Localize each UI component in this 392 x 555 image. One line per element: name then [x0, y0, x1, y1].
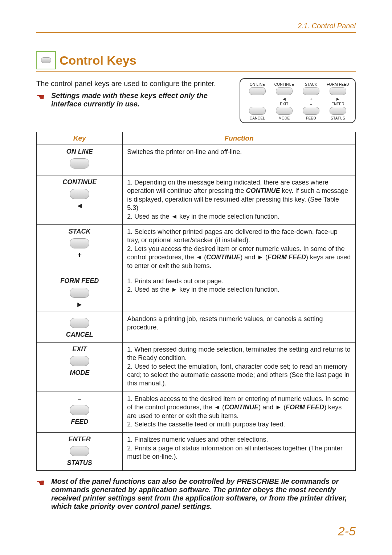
panel-label-online: ON LINE — [244, 82, 271, 86]
table-row: EXIT MODE 1. When pressed during mode se… — [37, 342, 356, 392]
panel-button-icon — [303, 87, 319, 95]
func-text: ) and ► ( — [240, 254, 268, 261]
inline-key-formfeed: FORM FEED — [268, 254, 306, 261]
key-name: ON LINE — [41, 148, 118, 155]
func-text: 2. Used as the ► key in the mode selecti… — [127, 286, 279, 293]
table-head-function: Function — [123, 132, 356, 145]
table-row: ENTER STATUS 1. Finalizes numeric values… — [37, 433, 356, 471]
pointing-hand-icon: ☚ — [36, 92, 45, 102]
key-name-cancel: CANCEL — [41, 331, 118, 339]
func-text: 2. Used to select the emulation, font, c… — [127, 363, 349, 387]
func-cell-exit-mode: 1. When pressed during mode selection, t… — [123, 342, 356, 392]
table-row: FORM FEED ► 1. Prints and feeds out one … — [37, 274, 356, 312]
table-row: – FEED 1. Enables access to the desired … — [37, 392, 356, 433]
panel-label-exit: EXIT — [271, 102, 298, 106]
intro-paragraph: The control panel keys are used to confi… — [36, 80, 232, 88]
key-button-icon — [70, 405, 89, 415]
key-name: CONTINUE — [41, 178, 118, 186]
section-title: Control Keys — [60, 53, 136, 68]
arrow-right-icon: ► — [324, 97, 351, 101]
arrow-right-icon: ► — [41, 301, 118, 308]
func-text: 1. When pressed during mode selection, t… — [127, 346, 350, 361]
key-cell-enter-status: ENTER STATUS — [37, 433, 123, 471]
func-cell-minus-feed: 1. Enables access to the desired item or… — [123, 392, 356, 433]
func-cell-continue: 1. Depending on the message being indica… — [123, 175, 356, 225]
key-cell-continue: CONTINUE ◄ — [37, 175, 123, 225]
page-number: 2-5 — [338, 524, 356, 538]
table-head-key: Key — [37, 132, 123, 145]
key-button-icon — [70, 318, 89, 328]
inline-key-formfeed: FORM FEED — [286, 404, 324, 411]
arrow-left-icon: ◄ — [41, 202, 118, 209]
key-cell-stack: STACK + — [37, 224, 123, 274]
func-text: 1. Selects whether printed pages are del… — [127, 228, 337, 244]
breadcrumb: 2.1. Control Panel — [36, 22, 356, 32]
key-button-icon — [41, 57, 51, 63]
header-rule — [36, 32, 356, 33]
table-row: CANCEL Abandons a printing job, resets n… — [37, 312, 356, 342]
panel-label-feed: FEED — [298, 116, 324, 120]
panel-label-minus: – — [298, 102, 324, 106]
panel-label-formfeed: FORM FEED — [324, 82, 351, 86]
panel-button-icon — [276, 87, 293, 95]
key-name: FORM FEED — [41, 277, 118, 285]
key-name-mode: MODE — [41, 369, 118, 377]
section-title-icon — [36, 51, 56, 69]
panel-label-continue: CONTINUE — [271, 82, 298, 86]
func-text: 2. Used as the ◄ key in the mode selecti… — [127, 213, 279, 220]
table-row: STACK + 1. Selects whether printed pages… — [37, 224, 356, 274]
func-text: 2. Selects the cassette feed or multi pu… — [127, 421, 285, 428]
panel-label-status: STATUS — [324, 116, 351, 120]
func-cell-stack: 1. Selects whether printed pages are del… — [123, 224, 356, 274]
func-text: 2. Prints a page of status information o… — [127, 445, 342, 460]
table-row: ON LINE Switches the printer on-line and… — [37, 145, 356, 175]
panel-button-icon — [249, 107, 266, 115]
func-cell-cancel: Abandons a printing job, resets numeric … — [123, 312, 356, 342]
panel-label-stack: STACK — [298, 82, 324, 86]
key-name-enter: ENTER — [41, 436, 118, 443]
minus-icon: – — [41, 395, 118, 402]
key-button-icon — [70, 356, 89, 366]
section-rule — [36, 71, 356, 72]
key-button-icon — [70, 158, 89, 169]
note-text-1: Settings made with these keys effect onl… — [51, 92, 229, 108]
plus-icon: + — [41, 251, 118, 259]
panel-button-icon — [330, 107, 346, 115]
func-cell-enter-status: 1. Finalizes numeric values and other se… — [123, 433, 356, 471]
key-cell-exit-mode: EXIT MODE — [37, 342, 123, 392]
func-cell-formfeed: 1. Prints and feeds out one page. 2. Use… — [123, 274, 356, 312]
panel-button-icon — [303, 107, 319, 115]
key-button-icon — [70, 189, 89, 199]
key-function-table: Key Function ON LINE Switches the printe… — [36, 132, 356, 471]
key-cell-online: ON LINE — [37, 145, 123, 175]
plus-icon: + — [298, 97, 324, 101]
panel-button-icon — [249, 87, 266, 95]
key-name-status: STATUS — [41, 459, 118, 467]
key-cell-formfeed: FORM FEED ► — [37, 274, 123, 312]
inline-key-continue: CONTINUE — [246, 187, 280, 194]
panel-label-mode: MODE — [271, 116, 298, 120]
panel-button-icon — [330, 87, 346, 95]
key-name-feed: FEED — [41, 418, 118, 426]
panel-label-cancel: CANCEL — [244, 116, 271, 120]
func-text: ) and ► ( — [258, 404, 286, 411]
panel-label-enter: ENTER — [324, 102, 351, 106]
control-panel-diagram: ON LINE CONTINUE ◄ EXIT STACK + – FORM F… — [240, 78, 356, 123]
func-text: 1. Prints and feeds out one page. — [127, 278, 223, 285]
key-button-icon — [70, 446, 89, 456]
func-cell-online: Switches the printer on-line and off-lin… — [123, 145, 356, 175]
key-button-icon — [70, 288, 89, 298]
key-button-icon — [70, 238, 89, 248]
key-name-exit: EXIT — [41, 345, 118, 353]
inline-key-continue: CONTINUE — [224, 404, 258, 411]
func-text: 1. Finalizes numeric values and other se… — [127, 436, 268, 443]
inline-key-continue: CONTINUE — [206, 254, 240, 261]
pointing-hand-icon: ☚ — [36, 478, 45, 487]
arrow-left-icon: ◄ — [271, 97, 298, 101]
table-row: CONTINUE ◄ 1. Depending on the message b… — [37, 175, 356, 225]
key-name: STACK — [41, 228, 118, 235]
key-cell-cancel: CANCEL — [37, 312, 123, 342]
note-text-2: Most of the panel functions can also be … — [51, 477, 356, 511]
key-cell-minus-feed: – FEED — [37, 392, 123, 433]
panel-button-icon — [276, 107, 293, 115]
